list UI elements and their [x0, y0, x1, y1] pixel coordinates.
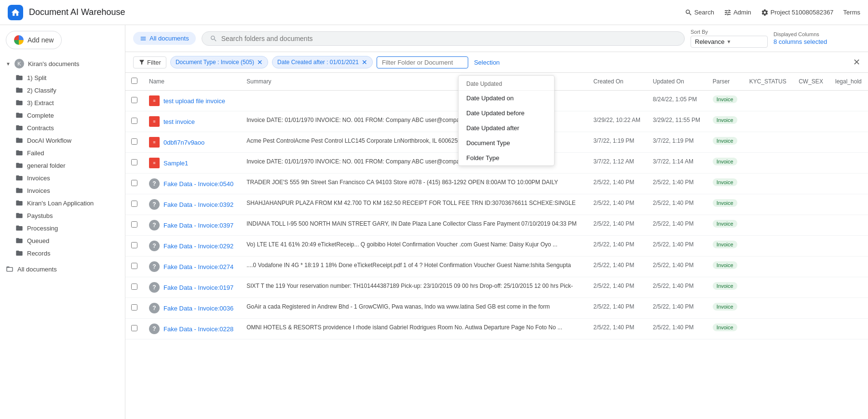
row-name-cell: ? Fake Data - Invoice:0036	[143, 298, 241, 319]
sidebar-folder-item[interactable]: Processing	[0, 222, 125, 234]
doc-parser: Invoice	[713, 95, 737, 103]
displayed-columns-value[interactable]: 8 columns selected	[773, 38, 860, 45]
row-created-cell: 2/5/22, 1:40 PM	[588, 319, 647, 339]
filter-chip-doc-type-close[interactable]: ✕	[257, 58, 263, 66]
sidebar-folder-item[interactable]: general folder	[0, 159, 125, 172]
row-checkbox[interactable]	[131, 138, 137, 145]
filter-chip-date-created[interactable]: Date Created after : 01/01/2021 ✕	[272, 56, 373, 68]
sidebar-folder-item[interactable]: Complete	[0, 109, 125, 122]
sidebar-folder-item[interactable]: 1) Split	[0, 71, 125, 84]
unknown-icon: ?	[149, 282, 160, 293]
doc-created-on: 2/5/22, 1:40 PM	[594, 303, 635, 310]
user-section-header[interactable]: ▼ K Kiran's documents	[0, 56, 125, 71]
sidebar-folder-item[interactable]: Records	[0, 247, 125, 259]
admin-nav-item[interactable]: Admin	[724, 9, 751, 16]
row-checkbox[interactable]	[131, 242, 137, 248]
doc-name-link[interactable]: Fake Data - Invoice:0228	[163, 325, 233, 333]
doc-name-link[interactable]: 0dbfi7n7v9aoo	[163, 139, 204, 146]
row-legal-hold-cell	[829, 111, 868, 132]
terms-nav-item[interactable]: Terms	[843, 9, 860, 16]
doc-updated-on: 2/5/22, 1:40 PM	[653, 220, 694, 227]
row-legal-hold-cell	[829, 277, 868, 298]
doc-summary: INDIANA TOLL I-95 500 NORTH MAIN STREET …	[246, 220, 577, 227]
row-checkbox[interactable]	[131, 221, 137, 228]
filter-chip-date-created-close[interactable]: ✕	[362, 58, 367, 66]
row-checkbox[interactable]	[131, 284, 137, 290]
row-checkbox[interactable]	[131, 201, 137, 207]
sidebar-folder-item[interactable]: Invoices	[0, 184, 125, 197]
dropdown-menu-item[interactable]: Date Updated on	[459, 91, 554, 106]
search-input[interactable]	[221, 35, 677, 42]
close-filter-icon[interactable]: ✕	[853, 57, 860, 68]
doc-name-link[interactable]: Fake Data - Invoice:0274	[163, 263, 233, 270]
row-name-cell: ? Fake Data - Invoice:0197	[143, 277, 241, 298]
sidebar-folder-item[interactable]: Kiran's Loan Application	[0, 197, 125, 209]
dropdown-menu-item[interactable]: Folder Type	[459, 150, 554, 165]
row-checkbox[interactable]	[131, 263, 137, 269]
doc-name-link[interactable]: Fake Data - Invoice:0197	[163, 284, 233, 291]
terms-nav-label: Terms	[843, 9, 860, 16]
selection-link[interactable]: Selection	[474, 59, 500, 66]
row-summary-cell: SIXT T the 119 Your reservation number: …	[241, 277, 587, 298]
filter-folder-document-input[interactable]	[377, 56, 468, 68]
invoice-icon: ≡	[149, 158, 160, 168]
doc-name-link[interactable]: Sample1	[163, 160, 188, 167]
row-parser-cell: Invoice	[707, 153, 744, 174]
folder-icon	[15, 86, 23, 94]
filter-icon	[138, 59, 145, 66]
all-documents-tab[interactable]: All documents	[133, 32, 196, 45]
row-checkbox[interactable]	[131, 325, 137, 331]
row-checkbox[interactable]	[131, 118, 137, 124]
doc-name-link[interactable]: Fake Data - Invoice:0392	[163, 201, 233, 208]
project-nav-item[interactable]: Project 510080582367	[761, 9, 834, 16]
row-checkbox[interactable]	[131, 180, 137, 186]
doc-name-link[interactable]: Fake Data - Invoice:0540	[163, 180, 233, 188]
search-nav-item[interactable]: Search	[685, 9, 714, 16]
doc-name-link[interactable]: test upload file invoice	[163, 97, 225, 105]
doc-name-link[interactable]: Fake Data - Invoice:0397	[163, 222, 233, 229]
row-kyc-cell	[744, 298, 793, 319]
sidebar-folder-item[interactable]: Failed	[0, 147, 125, 159]
dropdown-menu-item[interactable]: Date Updated after	[459, 121, 554, 135]
search-bar[interactable]	[202, 31, 685, 46]
filter-chip-doc-type-text: Document Type : Invoice (505)	[176, 59, 254, 66]
add-new-button[interactable]: Add new	[6, 31, 62, 49]
row-cw-sex-cell	[793, 298, 829, 319]
row-cw-sex-cell	[793, 257, 829, 277]
doc-name-link[interactable]: Fake Data - Invoice:0292	[163, 243, 233, 250]
row-cw-sex-cell	[793, 91, 829, 111]
row-kyc-cell	[744, 236, 793, 257]
row-checkbox-cell	[125, 298, 143, 319]
row-checkbox-cell	[125, 236, 143, 257]
dropdown-menu-item[interactable]: Document Type	[459, 135, 554, 150]
col-name: Name	[143, 73, 241, 91]
filter-chip-doc-type[interactable]: Document Type : Invoice (505) ✕	[170, 56, 268, 68]
doc-name-link[interactable]: Fake Data - Invoice:0036	[163, 305, 233, 312]
sidebar-folder-item[interactable]: Contracts	[0, 122, 125, 134]
row-checkbox[interactable]	[131, 97, 137, 103]
sidebar-folder-label: Failed	[27, 149, 44, 157]
sort-select[interactable]: Relevance ▼	[691, 36, 768, 48]
row-cw-sex-cell	[793, 111, 829, 132]
dropdown-menu-item[interactable]: Date Updated before	[459, 106, 554, 121]
sidebar-folder-label: Complete	[27, 112, 54, 119]
row-checkbox[interactable]	[131, 159, 137, 165]
sidebar-item-all-documents[interactable]: All documents	[0, 262, 125, 276]
doc-name-link[interactable]: test invoice	[163, 118, 195, 125]
sidebar-folder-item[interactable]: Paystubs	[0, 209, 125, 222]
sidebar-folder-item[interactable]: 3) Extract	[0, 96, 125, 109]
sidebar-folder-item[interactable]: Queued	[0, 234, 125, 247]
doc-created-on: 2/5/22, 1:40 PM	[594, 200, 635, 206]
doc-parser: Invoice	[713, 199, 737, 207]
row-checkbox[interactable]	[131, 304, 137, 311]
sidebar-folder-item[interactable]: 2) Classify	[0, 84, 125, 96]
row-name-cell: ≡ test upload file invoice	[143, 91, 241, 111]
sidebar-folder-label: Kiran's Loan Application	[27, 200, 94, 207]
table-row: ? Fake Data - Invoice:0274 ....0 Vodafon…	[125, 257, 868, 277]
sidebar-folder-item[interactable]: DocAI Workflow	[0, 134, 125, 147]
sidebar-folder-item[interactable]: Invoices	[0, 172, 125, 184]
select-all-checkbox[interactable]	[131, 78, 137, 84]
row-updated-cell: 2/5/22, 1:40 PM	[647, 277, 707, 298]
row-checkbox-cell	[125, 215, 143, 236]
filter-button[interactable]: Filter	[133, 56, 166, 68]
